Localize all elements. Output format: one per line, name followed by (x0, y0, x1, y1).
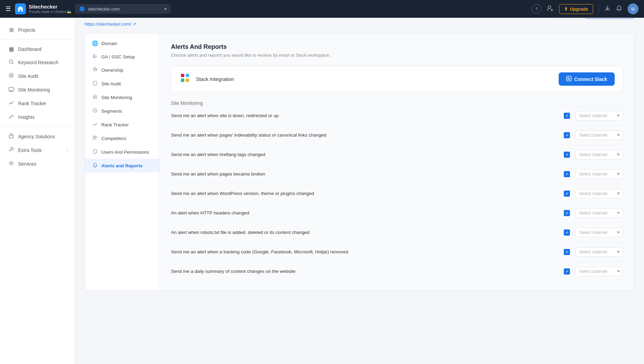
svg-rect-12 (181, 74, 184, 77)
connect-slack-icon (566, 76, 572, 82)
sidebar-item-rank-tracker[interactable]: Rank Tracker (0, 97, 75, 110)
url-caret-icon: ▾ (164, 6, 167, 12)
segments-icon (92, 108, 98, 114)
svg-point-7 (93, 95, 97, 99)
alerts-reports-icon (92, 163, 98, 169)
services-icon (8, 160, 15, 167)
settings-nav-segments[interactable]: Segments (85, 104, 160, 118)
settings-layout: 🌐 Domain G GA / GSC Setup Ownership Site… (85, 33, 634, 291)
alert-checkbox-3[interactable] (564, 171, 570, 177)
settings-nav-ga-gsc[interactable]: G GA / GSC Setup (85, 50, 160, 63)
download-button[interactable] (604, 5, 611, 13)
alert-checkbox-4[interactable] (564, 191, 570, 197)
sidebar-item-keyword-research[interactable]: Keyword Research (0, 56, 75, 69)
settings-nav-site-monitoring[interactable]: Site Monitoring (85, 90, 160, 104)
external-link-icon: ↗ (132, 22, 136, 27)
sidebar-label-keyword-research: Keyword Research (18, 60, 58, 65)
svg-point-2 (9, 73, 13, 78)
settings-nav-competitors[interactable]: Competitors (85, 131, 160, 145)
alert-channel-select-3[interactable]: Select channel (575, 169, 623, 179)
svg-point-3 (11, 75, 12, 76)
sidebar-label-dashboard: Dashboard (18, 46, 42, 52)
settings-nav-users-permissions[interactable]: Users And Permissions (85, 145, 160, 159)
shield-icon: 🔵 (79, 6, 85, 12)
alert-label-3: Send me an alert when pages became broke… (171, 171, 558, 178)
alert-row-4: Send me an alert when WordPress version,… (171, 184, 623, 203)
site-monitoring-icon (8, 86, 15, 93)
settings-nav-alerts-reports[interactable]: Alerts and Reports (85, 159, 160, 172)
help-button[interactable]: ? (532, 4, 541, 14)
logo[interactable]: Sitechecker Proudly made in Ukraine 🇺🇦 (15, 3, 71, 14)
sidebar-label-projects: Projects (18, 27, 35, 33)
topnav-right-actions: ? ⬆ Upgrade U (532, 3, 639, 14)
alert-label-7: Send me an alert when a tracking code (G… (171, 249, 558, 255)
settings-nav-domain[interactable]: 🌐 Domain (85, 37, 160, 50)
page-url[interactable]: https://sitechecker.com/ ↗ (85, 22, 634, 27)
settings-nav-site-monitoring-label: Site Monitoring (101, 95, 132, 100)
upgrade-label: Upgrade (570, 6, 588, 12)
alert-channel-select-5[interactable]: Select channel (575, 208, 623, 218)
connect-slack-button[interactable]: Connect Slack (559, 72, 615, 86)
url-text: sitechecker.com (88, 6, 119, 12)
ownership-icon (92, 67, 98, 73)
sidebar-item-agency-solutions[interactable]: Agency Solutions (0, 130, 75, 143)
alert-checkbox-7[interactable] (564, 249, 570, 255)
sidebar-item-projects[interactable]: ⊞ Projects (0, 23, 75, 37)
alert-checkbox-6[interactable] (564, 229, 570, 236)
alert-channel-select-8[interactable]: Select channel (575, 267, 623, 276)
notifications-button[interactable] (616, 5, 622, 13)
sidebar-item-insights[interactable]: Insights (0, 110, 75, 124)
alert-channel-select-7[interactable]: Select channel (575, 247, 623, 257)
alert-channel-select-4[interactable]: Select channel (575, 189, 623, 198)
sidebar-label-services: Services (18, 161, 37, 167)
alert-checkbox-8[interactable] (564, 268, 570, 275)
sidebar-item-dashboard[interactable]: ▦ Dashboard (0, 42, 75, 56)
settings-nav-ownership[interactable]: Ownership (85, 63, 160, 77)
hamburger-icon[interactable]: ☰ (5, 5, 11, 13)
alert-checkbox-2[interactable] (564, 152, 570, 158)
alert-checkbox-1[interactable] (564, 132, 570, 138)
logo-sub: Proudly made in Ukraine 🇺🇦 (29, 10, 71, 14)
settings-nav-rank-tracker[interactable]: Rank Tracker (85, 118, 160, 131)
nav-divider (599, 5, 599, 13)
svg-rect-13 (186, 74, 189, 77)
alerts-reports-title: Alerts And Reports (171, 43, 623, 51)
alert-label-6: An alert when robots.txt file is added, … (171, 229, 558, 236)
settings-site-monitoring-icon (92, 94, 98, 100)
sidebar-item-site-monitoring[interactable]: Site Monitoring (0, 83, 75, 97)
rank-tracker-icon (8, 100, 15, 107)
svg-point-6 (11, 163, 12, 164)
settings-nav-site-audit[interactable]: Site Audit (85, 77, 160, 90)
top-navigation: ☰ Sitechecker Proudly made in Ukraine 🇺🇦… (0, 0, 644, 18)
alert-label-8: Send me a daily summary of content chang… (171, 268, 558, 275)
svg-rect-14 (181, 79, 184, 82)
sidebar-item-site-audit[interactable]: Site Audit (0, 69, 75, 83)
slack-integration-label: Slack Integration (196, 76, 234, 82)
extra-tools-arrow-icon: › (67, 148, 68, 153)
sidebar-item-extra-tools[interactable]: Extra Tools › (0, 143, 75, 157)
sidebar-item-services[interactable]: Services (0, 157, 75, 171)
competitors-icon (92, 135, 98, 141)
keyword-research-icon (8, 59, 15, 66)
alert-channel-select-2[interactable]: Select channel (575, 150, 623, 159)
add-user-button[interactable] (547, 5, 554, 13)
svg-rect-5 (9, 135, 13, 138)
alert-channel-select-6[interactable]: Select channel (575, 228, 623, 237)
avatar[interactable]: U (628, 3, 639, 14)
connect-slack-label: Connect Slack (574, 76, 607, 82)
alert-checkbox-0[interactable] (564, 113, 570, 119)
alert-label-1: Send me an alert when pages' indexabilit… (171, 132, 558, 139)
logo-text-group: Sitechecker Proudly made in Ukraine 🇺🇦 (29, 4, 71, 14)
logo-name: Sitechecker (29, 4, 71, 10)
logo-icon (15, 3, 26, 14)
alert-checkbox-5[interactable] (564, 210, 570, 216)
alert-channel-select-1[interactable]: Select channel (575, 130, 623, 140)
dashboard-icon: ▦ (8, 46, 15, 52)
upgrade-button[interactable]: ⬆ Upgrade (559, 4, 593, 14)
settings-main: Alerts And Reports Choose alerts and rep… (160, 34, 634, 291)
url-bar[interactable]: 🔵 sitechecker.com ▾ (75, 4, 171, 14)
alert-channel-select-0[interactable]: Select channel (575, 111, 623, 121)
alert-row-2: Send me an alert when hreflang tags chan… (171, 145, 623, 164)
settings-sidebar: 🌐 Domain G GA / GSC Setup Ownership Site… (85, 34, 160, 291)
alert-row-8: Send me a daily summary of content chang… (171, 262, 623, 281)
